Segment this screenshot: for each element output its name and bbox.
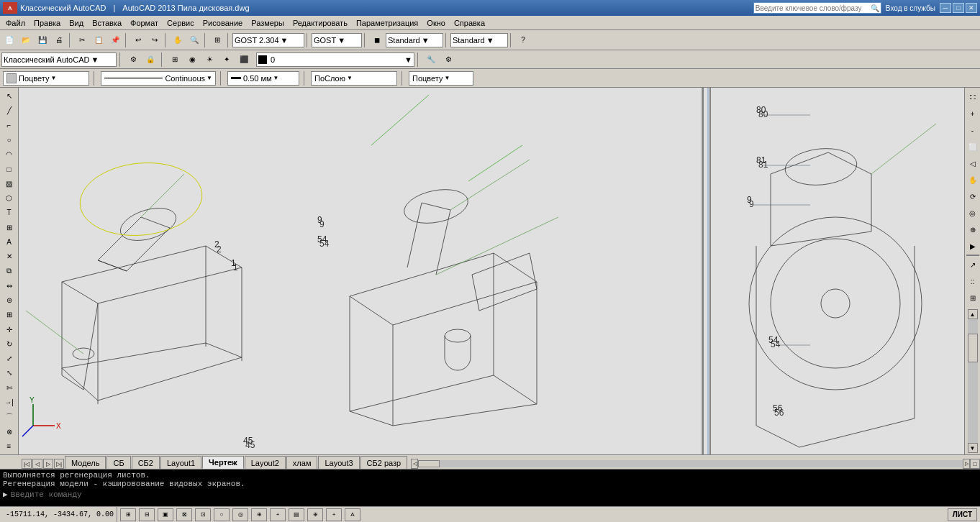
cut-btn[interactable]: ✂ xyxy=(74,32,90,48)
canvas-area[interactable]: 80 81 9 54 56 9 54 2 1 45 xyxy=(19,88,964,454)
hscroll-thumb[interactable] xyxy=(418,460,440,467)
lt-text[interactable]: T xyxy=(1,206,17,219)
tab-model[interactable]: Модель xyxy=(65,456,106,469)
anno-btn[interactable]: A xyxy=(345,508,360,521)
drawing-canvas[interactable] xyxy=(19,88,964,454)
tb2-b1[interactable]: ⊞ xyxy=(167,52,183,68)
lt-polyline[interactable]: ⌐ xyxy=(1,119,17,132)
rt-3d-orbit[interactable]: ◎ xyxy=(965,205,981,221)
ws-lock-btn[interactable]: 🔒 xyxy=(142,52,158,68)
menu-format[interactable]: Формат xyxy=(126,16,163,29)
tb2-b4[interactable]: ✦ xyxy=(219,52,235,68)
maximize-button[interactable]: □ xyxy=(953,3,964,13)
layer-select-dropdown[interactable]: 0 ▼ xyxy=(256,52,414,67)
lt-rotate[interactable]: ↻ xyxy=(1,337,17,351)
layer-props-dropdown[interactable]: ПоСлою ▼ xyxy=(311,71,397,86)
rt-navswheel[interactable]: ⊕ xyxy=(965,221,981,237)
lw-btn[interactable]: + xyxy=(270,508,286,521)
new-btn[interactable]: 📄 xyxy=(1,32,17,48)
lt-region[interactable]: ⬡ xyxy=(1,191,17,205)
viewport-square[interactable]: □ xyxy=(970,459,980,469)
lt-circle[interactable]: ○ xyxy=(1,133,17,147)
rt-zoom-in[interactable]: + xyxy=(965,106,981,122)
tp-btn[interactable]: ▤ xyxy=(289,508,304,521)
lt-erase[interactable]: ✕ xyxy=(1,249,17,263)
tab-sb2[interactable]: СБ2 xyxy=(132,456,160,469)
lt-insert[interactable]: ⊞ xyxy=(1,221,17,234)
sc-btn[interactable]: + xyxy=(326,508,342,521)
menu-draw[interactable]: Рисование xyxy=(199,16,247,29)
menu-insert[interactable]: Вставка xyxy=(88,16,126,29)
text-style-dropdown[interactable]: GOST 2.304 ▼ xyxy=(232,33,304,47)
tab-hlam[interactable]: хлам xyxy=(286,456,318,469)
ducs-btn[interactable]: ◎ xyxy=(232,508,248,521)
osnap-btn[interactable]: ⊡ xyxy=(195,508,211,521)
color-dropdown[interactable]: Поцвету ▼ xyxy=(3,71,89,86)
tb2-b5[interactable]: ⬛ xyxy=(236,52,252,68)
layer-btn[interactable]: ⊞ xyxy=(209,32,225,48)
v-scrollbar[interactable]: ▲ ▼ xyxy=(968,309,978,453)
hscroll-left-btn[interactable]: ◁ xyxy=(411,459,418,469)
polar-btn[interactable]: ⊠ xyxy=(176,508,192,521)
tab-layout2[interactable]: Layout2 xyxy=(245,456,286,469)
redo-btn[interactable]: ↪ xyxy=(147,32,163,48)
grid-btn[interactable]: ⊟ xyxy=(139,508,155,521)
tab-sb[interactable]: СБ xyxy=(106,456,130,469)
undo-btn[interactable]: ↩ xyxy=(130,32,146,48)
tab-first-btn[interactable]: |◁ xyxy=(22,459,32,469)
otrack-btn[interactable]: ○ xyxy=(214,508,230,521)
command-input[interactable] xyxy=(11,490,977,499)
save-btn[interactable]: 💾 xyxy=(35,32,50,48)
rt-ucs[interactable]: ↗ xyxy=(965,257,981,273)
command-input-row[interactable]: ▶ xyxy=(3,490,977,499)
rt-view-nav[interactable]: ⊞ xyxy=(965,290,981,306)
menu-dimensions[interactable]: Размеры xyxy=(247,16,289,29)
scroll-up-btn[interactable]: ▲ xyxy=(968,309,978,319)
qp-btn[interactable]: ⊕ xyxy=(307,508,323,521)
lt-array[interactable]: ⊞ xyxy=(1,308,17,321)
rt-orbit[interactable]: ⟳ xyxy=(965,188,981,204)
search-bar[interactable]: 🔍 xyxy=(753,2,881,14)
tab-next-btn[interactable]: ▷ xyxy=(43,459,53,469)
linetype-dropdown[interactable]: Continuous ▼ xyxy=(101,71,216,86)
menu-edit[interactable]: Правка xyxy=(30,16,65,29)
lt-arrow[interactable]: ↖ xyxy=(1,89,17,103)
tab-layout1[interactable]: Layout1 xyxy=(160,456,201,469)
lt-scale[interactable]: ⤢ xyxy=(1,352,17,365)
menu-view[interactable]: Вид xyxy=(65,16,88,29)
render-dropdown[interactable]: Standard ▼ xyxy=(450,33,508,47)
rt-zoom-out[interactable]: - xyxy=(965,122,981,138)
h-scrollbar[interactable]: ◁ ▷ □ xyxy=(411,459,980,469)
print-btn[interactable]: 🖨 xyxy=(51,32,67,48)
copy-btn[interactable]: 📋 xyxy=(91,32,106,48)
tab-prev-btn[interactable]: ◁ xyxy=(32,459,42,469)
lt-stretch[interactable]: ⤡ xyxy=(1,366,17,380)
tb2-b7[interactable]: ⚙ xyxy=(440,52,456,68)
paste-btn[interactable]: 📌 xyxy=(107,32,123,48)
rt-showmotion[interactable]: ▶ xyxy=(965,238,981,254)
visual-style-dropdown[interactable]: Standard ▼ xyxy=(386,33,443,47)
menu-edit2[interactable]: Редактировать xyxy=(289,16,352,29)
help-btn[interactable]: ? xyxy=(515,32,531,48)
lt-properties[interactable]: ≡ xyxy=(1,439,17,453)
tb2-b2[interactable]: ◉ xyxy=(184,52,200,68)
tb2-b3[interactable]: ☀ xyxy=(201,52,217,68)
tab-layout3[interactable]: Layout3 xyxy=(318,456,359,469)
lt-attrib[interactable]: A xyxy=(1,235,17,249)
lt-copy[interactable]: ⧉ xyxy=(1,264,17,278)
lineweight-dropdown[interactable]: 0.50 мм ▼ xyxy=(227,71,299,86)
search-input[interactable] xyxy=(756,3,871,13)
rt-zoom-window[interactable]: ⬜ xyxy=(965,139,981,155)
menu-file[interactable]: Файл xyxy=(1,16,30,29)
lt-mirror[interactable]: ⇔ xyxy=(1,279,17,293)
snap-btn[interactable]: ⊞ xyxy=(120,508,136,521)
menu-help[interactable]: Справка xyxy=(450,16,489,29)
close-button[interactable]: ✕ xyxy=(966,3,977,13)
rt-zoom-prev[interactable]: ◁ xyxy=(965,155,981,171)
lt-trim[interactable]: ✄ xyxy=(1,381,17,395)
menu-service[interactable]: Сервис xyxy=(163,16,199,29)
scroll-down-btn[interactable]: ▼ xyxy=(968,443,978,453)
lt-extend[interactable]: →| xyxy=(1,395,17,409)
workspace-dropdown[interactable]: Классический AutoCAD ▼ xyxy=(1,52,117,67)
lt-arc[interactable]: ◠ xyxy=(1,147,17,161)
